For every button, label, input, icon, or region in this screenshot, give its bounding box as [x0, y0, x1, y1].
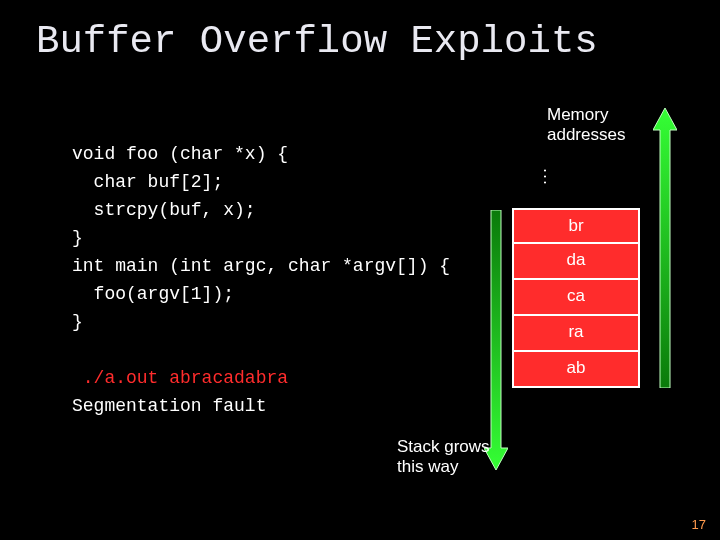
- mem-label-line2: addresses: [547, 125, 625, 144]
- stack-diagram: br da ca ra ab: [512, 208, 640, 388]
- stack-grows-label: Stack grows this way: [397, 437, 490, 477]
- stack-cell: ra: [512, 316, 640, 352]
- svg-marker-0: [653, 108, 677, 388]
- arrow-up-icon: [653, 108, 677, 388]
- slide: Buffer Overflow Exploits void foo (char …: [0, 0, 720, 540]
- svg-marker-1: [484, 210, 508, 470]
- code-listing: void foo (char *x) { char buf[2]; strcpy…: [72, 140, 450, 420]
- output-line: Segmentation fault: [72, 396, 266, 416]
- code-line: }: [72, 228, 83, 248]
- code-line: void foo (char *x) {: [72, 144, 288, 164]
- code-line: int main (int argc, char *argv[]) {: [72, 256, 450, 276]
- stack-cell: br: [512, 208, 640, 244]
- stack-cell: da: [512, 244, 640, 280]
- stack-cell: ca: [512, 280, 640, 316]
- memory-addresses-label: Memory addresses: [547, 105, 625, 145]
- mem-label-line1: Memory: [547, 105, 608, 124]
- code-line: strcpy(buf, x);: [72, 200, 256, 220]
- slide-title: Buffer Overflow Exploits: [36, 20, 598, 64]
- command-line: ./a.out abracadabra: [72, 368, 288, 388]
- code-line: foo(argv[1]);: [72, 284, 234, 304]
- arrow-down-icon: [484, 210, 508, 470]
- page-number: 17: [692, 517, 706, 532]
- code-line: char buf[2];: [72, 172, 223, 192]
- ellipsis: ...: [539, 168, 560, 186]
- grows-line1: Stack grows: [397, 437, 490, 456]
- grows-line2: this way: [397, 457, 458, 476]
- code-line: }: [72, 312, 83, 332]
- stack-cell: ab: [512, 352, 640, 388]
